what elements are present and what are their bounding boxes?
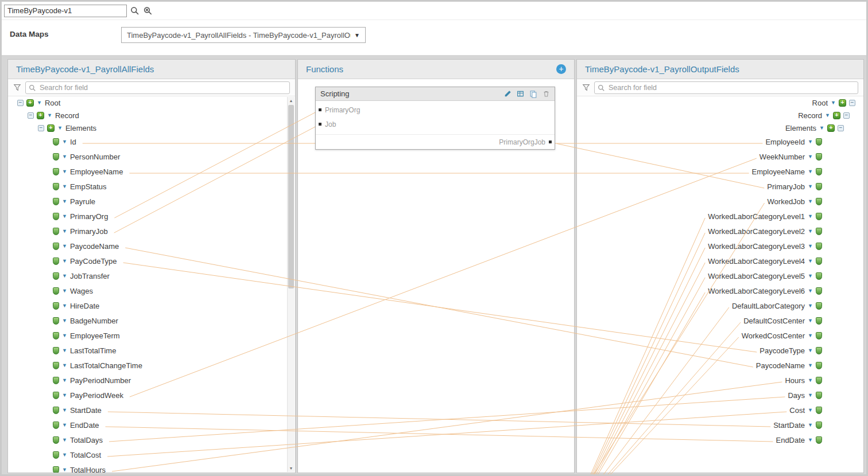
chevron-down-icon[interactable]: ▼	[62, 169, 67, 174]
tree-field-row[interactable]: ▼BadgeNumber	[8, 313, 295, 328]
tree-group-row[interactable]: Elements▼+−	[577, 122, 863, 134]
chevron-down-icon[interactable]: ▼	[62, 392, 67, 398]
tree-field-row[interactable]: ▼Id	[8, 134, 295, 149]
chevron-down-icon[interactable]: ▼	[62, 184, 67, 189]
tree-field-row[interactable]: ▼EmpStatus	[8, 179, 295, 194]
chevron-down-icon[interactable]: ▼	[62, 348, 67, 353]
tree-group-row[interactable]: Root▼+−	[577, 96, 863, 109]
tree-group-row[interactable]: −+▼Root	[8, 96, 295, 109]
chevron-down-icon[interactable]: ▼	[808, 169, 813, 174]
chevron-down-icon[interactable]: ▼	[808, 437, 813, 443]
chevron-down-icon[interactable]: ▼	[57, 125, 63, 131]
tree-field-row[interactable]: ▼JobTransfer	[8, 268, 295, 283]
scripting-function-box[interactable]: Scripting PrimaryOrg Job	[315, 87, 555, 150]
chevron-down-icon[interactable]: ▼	[808, 318, 813, 323]
data-map-select[interactable]: TimeByPaycode-v1_PayrollAllFields - Time…	[121, 27, 366, 43]
collapse-icon[interactable]: −	[28, 112, 34, 119]
input-port[interactable]	[319, 123, 321, 126]
filter-icon[interactable]	[13, 83, 21, 92]
scroll-up-arrow-icon[interactable]: ▲	[288, 97, 294, 104]
chevron-down-icon[interactable]: ▼	[808, 213, 813, 219]
chevron-down-icon[interactable]: ▼	[62, 258, 67, 264]
tree-field-row[interactable]: Days▼	[577, 388, 863, 403]
chevron-down-icon[interactable]: ▼	[62, 318, 67, 323]
chevron-down-icon[interactable]: ▼	[62, 243, 67, 249]
output-port[interactable]	[549, 141, 552, 143]
chevron-down-icon[interactable]: ▼	[808, 362, 813, 368]
tree-field-row[interactable]: Cost▼	[577, 403, 863, 418]
chevron-down-icon[interactable]: ▼	[808, 243, 813, 249]
tree-field-row[interactable]: PrimaryJob▼	[577, 179, 863, 194]
chevron-down-icon[interactable]: ▼	[825, 112, 830, 118]
function-input-row[interactable]: PrimaryOrg	[316, 103, 555, 117]
edit-icon[interactable]	[504, 90, 512, 97]
chevron-down-icon[interactable]: ▼	[62, 288, 67, 294]
tree-field-row[interactable]: EmployeeName▼	[577, 164, 863, 179]
tree-field-row[interactable]: WorkedLaborCategoryLevel6▼	[577, 283, 863, 298]
collapse-icon[interactable]: −	[17, 100, 24, 106]
chevron-down-icon[interactable]: ▼	[62, 273, 67, 279]
tree-field-row[interactable]: WorkedLaborCategoryLevel3▼	[577, 239, 863, 253]
chevron-down-icon[interactable]: ▼	[62, 154, 67, 159]
chevron-down-icon[interactable]: ▼	[808, 392, 813, 398]
tree-field-row[interactable]: ▼PaycodeName	[8, 239, 295, 253]
tree-field-row[interactable]: WeekNumber▼	[577, 149, 863, 164]
tree-field-row[interactable]: ▼EmployeeTerm	[8, 328, 295, 343]
chevron-down-icon[interactable]: ▼	[47, 112, 52, 118]
tree-field-row[interactable]: PaycodeName▼	[577, 358, 863, 373]
source-search-input[interactable]	[25, 81, 290, 94]
chevron-down-icon[interactable]: ▼	[62, 362, 67, 368]
chevron-down-icon[interactable]: ▼	[808, 154, 813, 159]
tree-field-row[interactable]: ▼PayPeriodWeek	[8, 388, 295, 403]
tree-field-row[interactable]: Hours▼	[577, 373, 863, 388]
add-function-icon[interactable]: +	[556, 64, 566, 74]
collapse-icon[interactable]: −	[38, 125, 44, 131]
tree-field-row[interactable]: PaycodeType▼	[577, 343, 863, 358]
clear-search-icon[interactable]	[143, 6, 153, 15]
tree-field-row[interactable]: ▼LastTotalChangeTime	[8, 358, 295, 373]
chevron-down-icon[interactable]: ▼	[37, 100, 42, 106]
table-icon[interactable]	[517, 90, 524, 97]
chevron-down-icon[interactable]: ▼	[808, 228, 813, 234]
scrollbar[interactable]: ▲ ▼	[287, 97, 294, 472]
tree-group-row[interactable]: −+▼Elements	[8, 122, 295, 134]
tree-field-row[interactable]: ▼PayPeriodNumber	[8, 373, 295, 388]
tree-field-row[interactable]: DefaultCostCenter▼	[577, 313, 863, 328]
chevron-down-icon[interactable]: ▼	[808, 333, 813, 338]
target-search-input[interactable]	[594, 81, 858, 94]
filter-icon[interactable]	[582, 83, 590, 92]
chevron-down-icon[interactable]: ▼	[808, 303, 813, 309]
tree-field-row[interactable]: EndDate▼	[577, 432, 863, 447]
function-output-row[interactable]: PrimaryOrgJob	[316, 134, 555, 149]
tree-field-row[interactable]: ▼Wages	[8, 283, 295, 298]
chevron-down-icon[interactable]: ▼	[62, 407, 67, 413]
copy-icon[interactable]	[529, 90, 537, 98]
tree-field-row[interactable]: ▼StartDate	[8, 403, 295, 418]
chevron-down-icon[interactable]: ▼	[62, 213, 67, 219]
tree-field-row[interactable]: WorkedLaborCategoryLevel2▼	[577, 224, 863, 239]
tree-field-row[interactable]: ▼EndDate	[8, 418, 295, 432]
chevron-down-icon[interactable]: ▼	[808, 198, 813, 204]
tree-field-row[interactable]: ▼PrimaryOrg	[8, 209, 295, 224]
chevron-down-icon[interactable]: ▼	[62, 467, 67, 473]
chevron-down-icon[interactable]: ▼	[62, 452, 67, 458]
chevron-down-icon[interactable]: ▼	[808, 407, 813, 413]
chevron-down-icon[interactable]: ▼	[62, 228, 67, 234]
tree-field-row[interactable]: ▼HireDate	[8, 298, 295, 313]
delete-icon[interactable]	[542, 90, 550, 97]
global-search-input[interactable]	[4, 5, 127, 17]
chevron-down-icon[interactable]: ▼	[62, 139, 67, 145]
tree-field-row[interactable]: ▼EmployeeName	[8, 164, 295, 179]
scrollbar-thumb[interactable]	[288, 105, 294, 288]
chevron-down-icon[interactable]: ▼	[62, 303, 67, 309]
tree-field-row[interactable]: WorkedLaborCategoryLevel1▼	[577, 209, 863, 224]
chevron-down-icon[interactable]: ▼	[808, 288, 813, 294]
tree-field-row[interactable]: WorkedLaborCategoryLevel5▼	[577, 268, 863, 283]
chevron-down-icon[interactable]: ▼	[808, 139, 813, 145]
collapse-icon[interactable]: −	[849, 100, 855, 106]
chevron-down-icon[interactable]: ▼	[808, 377, 813, 383]
tree-field-row[interactable]: ▼TotalCost	[8, 447, 295, 462]
collapse-icon[interactable]: −	[838, 125, 844, 131]
function-input-row[interactable]: Job	[316, 117, 555, 131]
chevron-down-icon[interactable]: ▼	[808, 422, 813, 428]
